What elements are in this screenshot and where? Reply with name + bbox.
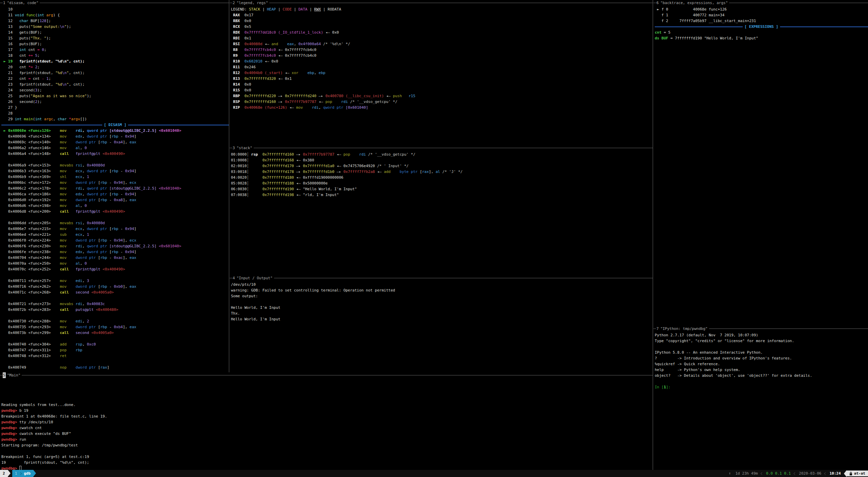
- registers-listing[interactable]: LEGEND: STACK | HEAP | CODE | DATA | RWX…: [230, 6, 653, 110]
- pane-title-text: "legend, regs": [237, 0, 268, 6]
- pane-title-legend-regs: 2"legend, regs": [230, 0, 653, 6]
- pane-title-stack: 3"stack": [230, 145, 653, 151]
- window-tab-gdb[interactable]: 1 gdb: [12, 470, 34, 477]
- border-line: [40, 3, 229, 3]
- powerline-arrow-icon: [33, 470, 36, 477]
- load-average: 0.0 0.1 0.1: [766, 471, 791, 476]
- status-clock: 10:24: [830, 471, 841, 476]
- powerline-arrow-icon: [844, 470, 847, 477]
- pane-legend-regs[interactable]: 2"legend, regs" LEGEND: STACK | HEAP | C…: [230, 0, 653, 145]
- pane-disasm-code[interactable]: 1"disasm, code" 10 11 void func(int arg)…: [0, 0, 229, 372]
- pane-backtrace-expressions[interactable]: 6"backtrace, expressions, args" ► f 0 40…: [653, 0, 868, 326]
- lock-icon: [849, 472, 852, 476]
- pane-title-ipython: 7"IPython: tmp/pwndbg": [653, 326, 868, 332]
- border-line: [653, 3, 656, 3]
- uptime-arrow-icon: ↑: [729, 471, 731, 476]
- border-line: [230, 3, 232, 3]
- chevron-right-icon: [19, 472, 22, 475]
- backtrace-expressions-listing[interactable]: ► f 0 40068e func+126 f 1 400772 main+34…: [653, 6, 868, 41]
- pane-title-text: "Input / Output": [237, 275, 273, 281]
- pane-number: 2: [232, 0, 235, 6]
- hostname-badge: at-at: [847, 471, 868, 476]
- pane-number: 3: [232, 145, 235, 151]
- source-and-disasm-listing[interactable]: 10 11 void func(int arg) { 12 char BUF[1…: [0, 6, 229, 370]
- pane-number: 7: [656, 326, 659, 332]
- border-line: [729, 3, 868, 3]
- pane-number: 4: [232, 275, 235, 281]
- pane-title-main: 5"Main": [0, 372, 653, 378]
- pane-stack[interactable]: 3"stack" 00:0000│ rsp 0x7fffffffd160 —▸ …: [230, 145, 653, 275]
- pane-title-text: "stack": [237, 145, 252, 151]
- pane-number: 6: [656, 0, 659, 6]
- program-io-output[interactable]: /dev/pts/10warning: GDB: Failed to set c…: [230, 281, 653, 322]
- pane-number: 1: [3, 0, 6, 6]
- pane-title-text: "Main": [7, 372, 21, 378]
- ipython-console[interactable]: Python 2.7.17 (default, Nov 7 2019, 10:0…: [653, 332, 868, 390]
- powerline-arrow-icon: [8, 470, 11, 477]
- uptime-text: 1d 23h 49m: [735, 471, 758, 476]
- status-left: 2 1 gdb: [0, 470, 36, 477]
- tmux-terminal: 1"disasm, code" 10 11 void func(int arg)…: [0, 0, 868, 477]
- pane-title-text: "backtrace, expressions, args": [661, 0, 728, 6]
- border-line: [230, 278, 232, 278]
- pane-input-output[interactable]: 4"Input / Output" /dev/pts/10warning: GD…: [230, 275, 653, 372]
- border-line: [0, 3, 3, 3]
- border-line: [22, 375, 653, 375]
- pane-title-backtrace: 6"backtrace, expressions, args": [653, 0, 868, 6]
- border-line: [0, 375, 3, 375]
- border-line: [269, 3, 653, 3]
- pane-title-text: "IPython: tmp/pwndbg": [661, 326, 708, 332]
- session-badge[interactable]: 2: [0, 470, 8, 477]
- chevron-left-icon: [760, 472, 763, 475]
- status-date: 2020-03-06: [799, 471, 821, 476]
- border-line: [274, 278, 653, 278]
- border-line: [230, 148, 232, 148]
- gdb-console[interactable]: Reading symbols from test...done.pwndbg>…: [0, 378, 653, 470]
- window-name: gdb: [24, 471, 31, 476]
- pane-ipython[interactable]: 7"IPython: tmp/pwndbg" Python 2.7.17 (de…: [653, 326, 868, 470]
- border-line: [254, 148, 653, 148]
- border-line: [653, 329, 656, 329]
- status-right: ↑ 1d 23h 49m 0.0 0.1 0.1 2020-03-06 10:2…: [729, 470, 868, 477]
- chevron-left-icon: [824, 472, 827, 475]
- pane-main-gdb[interactable]: 5"Main" Reading symbols from test...done…: [0, 372, 653, 470]
- pane-separator-vertical[interactable]: [653, 0, 653, 470]
- window-number: 1: [15, 471, 17, 476]
- pane-number-active: 5: [3, 372, 6, 378]
- pane-separator-vertical[interactable]: [229, 0, 229, 372]
- pane-title-input-output: 4"Input / Output": [230, 275, 653, 281]
- pane-title-text: "disasm, code": [7, 0, 39, 6]
- hostname-text: at-at: [854, 471, 865, 476]
- border-line: [709, 329, 868, 329]
- pane-title-disasm-code: 1"disasm, code": [0, 0, 229, 6]
- tmux-status-bar: 2 1 gdb ↑ 1d 23h 49m 0.0 0.1 0.1 2020-03…: [0, 470, 868, 477]
- chevron-left-icon: [793, 472, 796, 475]
- stack-listing[interactable]: 00:0000│ rsp 0x7fffffffd160 —▸ 0x7ffff7b…: [230, 151, 653, 198]
